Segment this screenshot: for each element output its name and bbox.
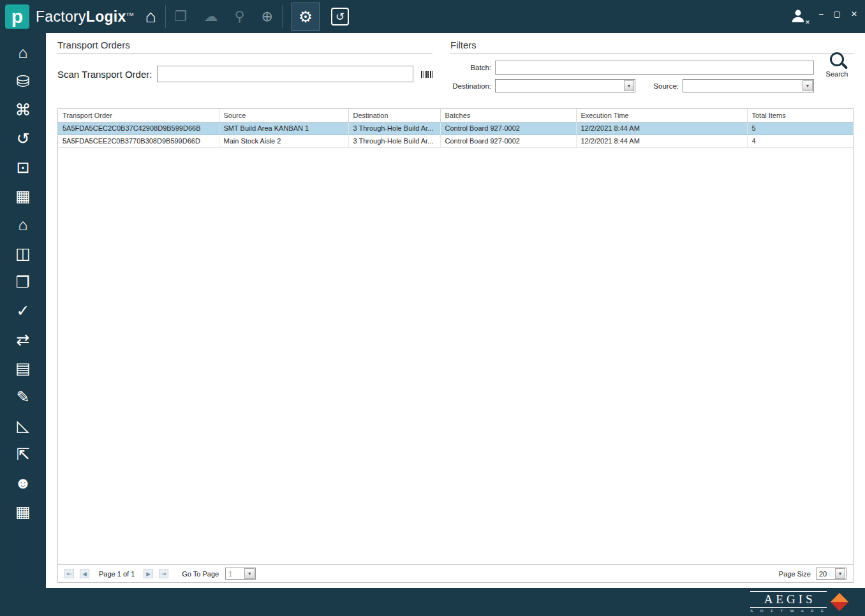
search-icon	[830, 52, 844, 66]
source-select[interactable]: ▾	[683, 79, 814, 92]
reset-button[interactable]: ↺	[331, 8, 349, 26]
table-cell: 5A5FDA5CEE2C0B3770B308D9B599D66D	[58, 135, 219, 147]
page-size-value: 20	[817, 570, 835, 578]
sidebar-item-table-search[interactable]: ▦	[10, 186, 36, 206]
minimize-button[interactable]: –	[819, 10, 824, 18]
chevron-down-icon: ▾	[244, 568, 255, 579]
table-row[interactable]: 5A5FDA5CEC2C0B37C42908D9B599D66BSMT Buil…	[58, 122, 853, 135]
column-header[interactable]: Transport Order	[58, 109, 219, 122]
table-row[interactable]: 5A5FDA5CEE2C0B3770B308D9B599D66DMain Sto…	[58, 135, 853, 147]
settings-tab-active[interactable]: ⚙	[292, 3, 320, 31]
user-question-icon: ☻	[15, 474, 31, 492]
close-button[interactable]: ✕	[851, 10, 857, 18]
top-panels: Transport Orders Scan Transport Order: F…	[57, 40, 854, 101]
footer-bar: AEGIS S O F T W A R E	[0, 588, 865, 616]
brand-part1: Factory	[36, 8, 86, 25]
aegis-subtitle: S O F T W A R E	[750, 609, 827, 613]
table-search-icon: ▦	[15, 187, 31, 205]
sidebar-item-undo-history[interactable]: ↺	[10, 128, 36, 149]
cloud-icon[interactable]: ☁	[203, 8, 218, 25]
scan-transport-order-input[interactable]	[157, 66, 413, 82]
sidebar-item-home[interactable]: ⌂	[10, 42, 36, 62]
brand-part2: Logix	[86, 8, 126, 25]
scan-transport-order-label: Scan Transport Order:	[57, 69, 152, 80]
trademark: TM	[126, 11, 134, 17]
factorylogix-logo: p	[5, 4, 29, 29]
schedule-icon: ▦	[15, 502, 31, 521]
go-to-page-input[interactable]: 1 ▾	[225, 568, 256, 580]
database-edit-icon: ⛁	[17, 72, 30, 91]
main-content: Transport Orders Scan Transport Order: F…	[46, 33, 865, 588]
sidebar-item-document-edit[interactable]: ✎	[10, 386, 36, 407]
batch-filter-row: Batch:	[450, 61, 854, 75]
last-page-button[interactable]: ⇥	[159, 569, 168, 578]
filters-panel: Filters Batch: Destination: ▾ Source: ▾	[450, 40, 854, 101]
sidebar-item-transfer-items[interactable]: ⇄	[10, 329, 36, 349]
search-button[interactable]: Search	[820, 52, 854, 78]
table-scroll-area: Transport OrderSourceDestinationBatchesE…	[58, 109, 853, 564]
top-bar: p FactoryLogixTM ⌂ ❐☁⚲⊕ ⚙ ↺ ✕ – ▢ ✕	[0, 0, 865, 33]
sidebar-item-package-return[interactable]: ⇱	[10, 444, 36, 464]
column-header[interactable]: Execution Time	[576, 109, 747, 122]
documents-icon[interactable]: ❐	[175, 8, 188, 25]
batch-input[interactable]	[495, 61, 814, 75]
sidebar-item-verify-tasks[interactable]: ✓	[10, 300, 36, 321]
monitor-icon: ⊡	[17, 158, 30, 177]
sidebar-item-id-card[interactable]: ▤	[10, 358, 36, 378]
maximize-button[interactable]: ▢	[834, 10, 841, 18]
undo-history-icon: ↺	[17, 129, 30, 148]
filters-title: Filters	[450, 40, 854, 54]
table-cell: 12/2/2021 8:44 AM	[576, 122, 747, 135]
column-header[interactable]: Source	[219, 109, 348, 122]
chevron-down-icon: ▾	[835, 568, 845, 579]
table-cell: 4	[747, 135, 853, 147]
chevron-down-icon: ▾	[802, 80, 813, 91]
sidebar-item-database-edit[interactable]: ⛁	[10, 71, 36, 91]
page-size-group: Page Size 20 ▾	[779, 568, 847, 580]
home-icon[interactable]: ⌂	[145, 8, 156, 26]
toolbar-separator	[165, 5, 166, 28]
user-x-badge-icon: ✕	[805, 19, 810, 26]
first-page-button[interactable]: ⇤	[64, 569, 74, 578]
chevron-down-icon: ▾	[624, 80, 634, 91]
destination-label: Destination:	[450, 82, 495, 90]
previous-page-button[interactable]: ◀	[80, 569, 89, 578]
app-body: ⌂⛁⌘↺⊡▦⌂◫❐✓⇄▤✎◺⇱☻▦ Transport Orders Scan …	[0, 33, 865, 588]
scan-row: Scan Transport Order:	[57, 66, 432, 82]
column-header[interactable]: Batches	[440, 109, 576, 122]
destination-source-row: Destination: ▾ Source: ▾	[450, 79, 854, 92]
globe-icon[interactable]: ⊕	[262, 8, 273, 25]
page-size-select[interactable]: 20 ▾	[816, 568, 847, 580]
sidebar-item-monitor[interactable]: ⊡	[10, 157, 36, 177]
go-to-page-value: 1	[226, 570, 244, 578]
undo-icon: ↺	[336, 10, 344, 24]
aegis-diamond-icon	[831, 593, 848, 611]
logo-letter: p	[11, 6, 23, 27]
sidebar-item-warehouse[interactable]: ⌂	[10, 214, 36, 235]
table-cell: Control Board 927-0002	[440, 135, 576, 147]
verify-tasks-icon: ✓	[17, 302, 30, 320]
user-button[interactable]: ✕	[790, 8, 808, 26]
pagination-bar: ⇤ ◀ Page 1 of 1 ▶ ⇥ Go To Page 1 ▾ Page …	[58, 564, 853, 582]
sidebar-item-design-check[interactable]: ◺	[10, 415, 36, 436]
source-label: Source:	[644, 82, 683, 90]
sidebar-item-book[interactable]: ◫	[10, 243, 36, 263]
document-edit-icon: ✎	[17, 388, 30, 406]
sidebar-item-copy[interactable]: ❐	[10, 272, 36, 292]
column-header[interactable]: Total Items	[747, 109, 853, 122]
table-cell: 5A5FDA5CEC2C0B37C42908D9B599D66B	[58, 122, 219, 135]
destination-select[interactable]: ▾	[495, 79, 635, 92]
window-controls: – ▢ ✕	[819, 10, 857, 18]
table-cell: SMT Build Area KANBAN 1	[219, 122, 348, 135]
transport-orders-table: Transport OrderSourceDestinationBatchesE…	[58, 109, 853, 148]
column-header[interactable]: Destination	[348, 109, 440, 122]
sidebar-item-schedule[interactable]: ▦	[10, 501, 36, 522]
copy-icon: ❐	[16, 273, 30, 291]
location-pin-icon[interactable]: ⚲	[234, 8, 244, 25]
table-cell: Control Board 927-0002	[440, 122, 576, 135]
sidebar-item-process-flow[interactable]: ⌘	[10, 99, 36, 120]
sidebar-item-user-question[interactable]: ☻	[10, 473, 36, 493]
table-cell: 12/2/2021 8:44 AM	[576, 135, 747, 147]
aegis-logo: AEGIS S O F T W A R E	[750, 591, 846, 613]
next-page-button[interactable]: ▶	[144, 569, 153, 578]
